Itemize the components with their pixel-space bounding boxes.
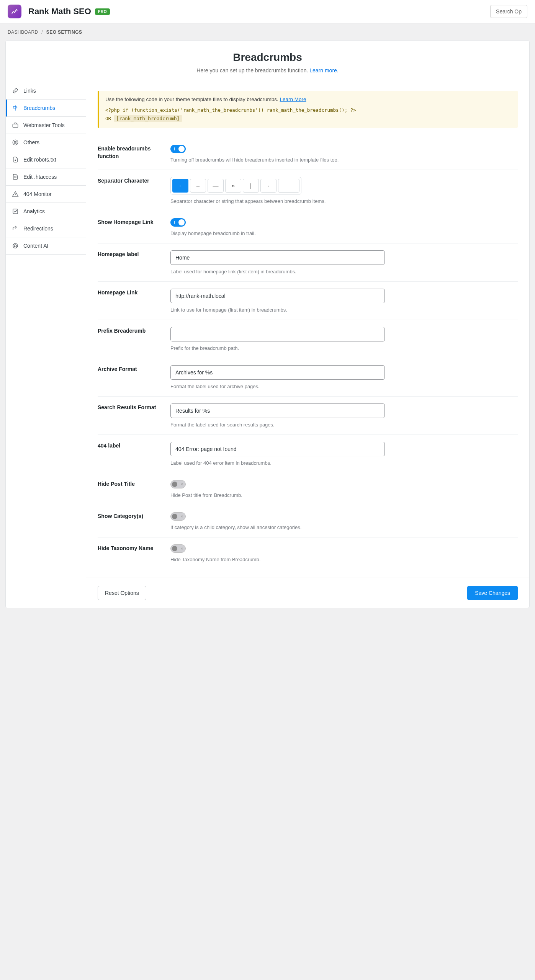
desc-separator: Separator character or string that appea…: [170, 198, 518, 204]
sidebar-item-redirections[interactable]: Redirections: [6, 220, 86, 237]
sidebar-item-404[interactable]: 404 Monitor: [6, 186, 86, 203]
link-icon: [12, 87, 19, 94]
target-icon: [12, 242, 19, 249]
sidebar-item-analytics[interactable]: Analytics: [6, 203, 86, 220]
desc-hide-taxonomy: Hide Taxonomy Name from Breadcrumb.: [170, 557, 518, 562]
label-show-homepage: Show Homepage Link: [98, 218, 170, 236]
desc-homepage-link: Link to use for homepage (first item) in…: [170, 307, 518, 313]
save-button[interactable]: Save Changes: [467, 586, 518, 600]
sidebar-item-label: Redirections: [23, 225, 53, 232]
file-text-icon: [12, 173, 19, 180]
notice-text: Use the following code in your theme tem…: [105, 96, 280, 102]
label-homepage-label: Homepage label: [98, 250, 170, 274]
settings-content: Use the following code in your theme tem…: [86, 82, 529, 578]
page-subtitle: Here you can set up the breadcrumbs func…: [196, 67, 309, 74]
sidebar-item-htaccess[interactable]: Edit .htaccess: [6, 168, 86, 186]
sidebar-item-label: Edit robots.txt: [23, 157, 56, 163]
input-404-label[interactable]: [170, 442, 385, 456]
redirect-icon: [12, 225, 19, 232]
desc-homepage-label: Label used for homepage link (first item…: [170, 269, 518, 274]
sidebar-item-label: Webmaster Tools: [23, 122, 65, 128]
breadcrumb: DASHBOARD / SEO SETTINGS: [0, 23, 535, 40]
pro-badge: PRO: [95, 8, 110, 15]
footer-actions: Reset Options Save Changes: [86, 578, 529, 608]
desc-archive-format: Format the label used for archive pages.: [170, 384, 518, 389]
sidebar-item-links[interactable]: Links: [6, 82, 86, 100]
separator-option-pipe[interactable]: |: [243, 179, 259, 193]
label-homepage-link: Homepage Link: [98, 289, 170, 313]
sidebar-item-label: Content AI: [23, 243, 48, 249]
reset-button[interactable]: Reset Options: [98, 586, 146, 600]
desc-enable: Turning off breadcrumbs will hide breadc…: [170, 157, 518, 163]
panel-header: Breadcrumbs Here you can set up the brea…: [6, 41, 529, 82]
app-title: Rank Math SEO: [28, 7, 91, 16]
app-header: Rank Math SEO PRO Search Op: [0, 0, 535, 23]
label-enable: Enable breadcrumbs function: [98, 145, 170, 163]
label-archive-format: Archive Format: [98, 365, 170, 389]
label-separator: Separator Character: [98, 177, 170, 204]
separator-option-emdash[interactable]: —: [208, 179, 224, 193]
settings-panel: Breadcrumbs Here you can set up the brea…: [5, 40, 530, 608]
separator-option-dash[interactable]: -: [172, 179, 188, 193]
input-homepage-label[interactable]: [170, 250, 385, 265]
sidebar-item-label: Breadcrumbs: [23, 105, 55, 111]
sidebar-item-contentai[interactable]: Content AI: [6, 237, 86, 255]
label-prefix: Prefix Breadcrumb: [98, 327, 170, 351]
briefcase-icon: [12, 122, 19, 129]
sidebar-item-label: Edit .htaccess: [23, 174, 57, 180]
file-icon: [12, 156, 19, 163]
sidebar-item-label: Others: [23, 139, 39, 145]
sidebar-item-webmaster[interactable]: Webmaster Tools: [6, 117, 86, 134]
label-hide-taxonomy: Hide Taxonomy Name: [98, 544, 170, 562]
separator-option-raquo[interactable]: »: [225, 179, 241, 193]
settings-sidebar: Links Breadcrumbs Webmaster Tools Others…: [6, 82, 86, 608]
alert-triangle-icon: [12, 191, 19, 198]
sidebar-item-others[interactable]: Others: [6, 134, 86, 151]
svg-rect-0: [13, 124, 18, 127]
notice-shortcode: [rank_math_breadcrumb]: [114, 115, 182, 122]
input-prefix[interactable]: [170, 327, 385, 341]
desc-404: Label used for 404 error item in breadcr…: [170, 460, 518, 466]
code-notice: Use the following code in your theme tem…: [98, 91, 518, 128]
label-show-category: Show Category(s): [98, 512, 170, 530]
label-search-format: Search Results Format: [98, 403, 170, 428]
learn-more-link[interactable]: Learn more: [309, 67, 337, 74]
input-archive-format[interactable]: [170, 365, 385, 380]
separator-group: - – — » | ·: [170, 177, 301, 194]
desc-prefix: Prefix for the breadcrumb path.: [170, 345, 518, 351]
sidebar-item-robots[interactable]: Edit robots.txt: [6, 151, 86, 168]
svg-point-2: [15, 160, 16, 160]
sidebar-item-label: Links: [23, 88, 36, 94]
label-404: 404 label: [98, 442, 170, 466]
sidebar-item-label: 404 Monitor: [23, 191, 52, 197]
desc-hide-post-title: Hide Post title from Breadcrumb.: [170, 492, 518, 498]
sidebar-item-breadcrumbs[interactable]: Breadcrumbs: [6, 100, 86, 117]
toggle-hide-taxonomy[interactable]: [170, 544, 186, 553]
separator-option-endash[interactable]: –: [190, 179, 206, 193]
chart-icon: [12, 208, 19, 215]
notice-or: OR: [105, 116, 114, 121]
signpost-icon: [12, 105, 19, 111]
input-search-format[interactable]: [170, 403, 385, 418]
desc-show-category: If category is a child category, show al…: [170, 524, 518, 530]
separator-option-dot[interactable]: ·: [260, 179, 276, 193]
breadcrumb-dashboard[interactable]: DASHBOARD: [8, 29, 38, 35]
page-title: Breadcrumbs: [13, 51, 522, 64]
app-logo-icon: [8, 5, 21, 18]
toggle-show-homepage[interactable]: [170, 218, 186, 227]
sidebar-item-label: Analytics: [23, 208, 45, 214]
list-icon: [12, 139, 19, 146]
input-homepage-link[interactable]: [170, 289, 385, 303]
desc-search-format: Format the label used for search results…: [170, 422, 518, 428]
svg-point-5: [14, 245, 16, 247]
label-hide-post-title: Hide Post Title: [98, 480, 170, 498]
desc-show-homepage: Display homepage breadcrumb in trail.: [170, 230, 518, 236]
toggle-show-category[interactable]: [170, 512, 186, 521]
search-button[interactable]: Search Op: [490, 5, 527, 18]
notice-code-php: <?php if (function_exists('rank_math_the…: [105, 107, 356, 113]
toggle-enable-breadcrumbs[interactable]: [170, 145, 186, 153]
notice-learn-more-link[interactable]: Learn More: [280, 96, 306, 102]
breadcrumb-current: SEO SETTINGS: [46, 29, 82, 35]
separator-option-custom[interactable]: [278, 179, 299, 193]
toggle-hide-post-title[interactable]: [170, 480, 186, 488]
